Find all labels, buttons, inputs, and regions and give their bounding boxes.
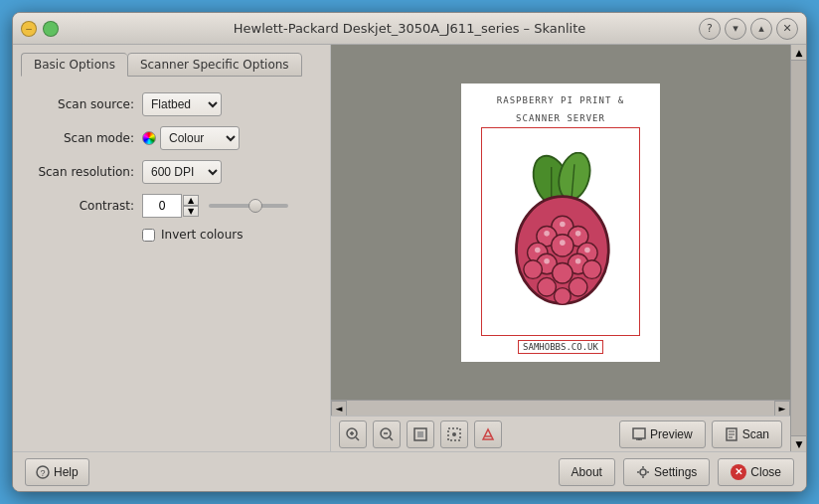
svg-point-25 <box>544 257 550 263</box>
svg-point-23 <box>560 240 566 246</box>
contrast-slider-thumb[interactable] <box>248 199 262 213</box>
hscroll-right-button[interactable]: ► <box>774 401 790 417</box>
scan-mode-control: Colour Gray Lineart <box>142 126 240 150</box>
left-panel: Basic Options Scanner Specific Options S… <box>13 45 331 451</box>
spin-arrows: ▲ ▼ <box>183 195 199 217</box>
minimize-button[interactable]: − <box>21 21 37 37</box>
svg-text:?: ? <box>40 468 45 478</box>
hscroll-track[interactable] <box>347 401 774 416</box>
vertical-scrollbar: ▲ ▼ <box>790 45 806 451</box>
main-content: Basic Options Scanner Specific Options S… <box>13 45 806 451</box>
tab-scanner-specific[interactable]: Scanner Specific Options <box>127 53 302 77</box>
help-button[interactable]: ? Help <box>25 458 89 486</box>
svg-point-15 <box>553 262 573 282</box>
scan-mode-row: Scan mode: Colour Gray Lineart <box>25 126 318 150</box>
spin-down[interactable]: ▼ <box>183 206 199 217</box>
page-title-line1: RASPBERRY PI PRINT & <box>497 91 624 105</box>
preview-area: RASPBERRY PI PRINT & SCANNER SERVER <box>331 45 790 451</box>
url-text: SAMHOBBS.CO.UK <box>518 340 603 354</box>
preview-icon <box>632 427 646 441</box>
page-title-line2: SCANNER SERVER <box>516 109 605 123</box>
scan-resolution-row: Scan resolution: 600 DPI 300 DPI 150 DPI <box>25 160 318 184</box>
svg-line-33 <box>390 437 393 440</box>
window-controls: − <box>21 21 59 37</box>
svg-point-19 <box>560 221 566 227</box>
form-area: Scan source: Flatbed ADF Scan mode: <box>21 84 322 250</box>
svg-point-16 <box>538 277 557 296</box>
svg-point-48 <box>640 469 646 475</box>
invert-colours-label: Invert colours <box>161 228 244 242</box>
scan-resolution-control: 600 DPI 300 DPI 150 DPI <box>142 160 222 184</box>
clear-button[interactable] <box>474 420 502 448</box>
svg-point-21 <box>575 231 581 237</box>
svg-rect-39 <box>633 428 645 438</box>
zoom-out-button[interactable] <box>373 420 401 448</box>
spin-up[interactable]: ▲ <box>183 195 199 206</box>
fit-page-icon <box>412 426 428 442</box>
contrast-input[interactable] <box>142 194 182 218</box>
scan-source-control: Flatbed ADF <box>142 92 222 116</box>
window-title: Hewlett-Packard Deskjet_3050A_J611_serie… <box>234 21 586 36</box>
footer-right: About Settings ✕ Close <box>559 458 794 486</box>
scan-button[interactable]: Scan <box>712 420 782 448</box>
scanned-page: RASPBERRY PI PRINT & SCANNER SERVER <box>461 84 660 362</box>
color-mode-icon <box>142 131 156 145</box>
contrast-slider-track[interactable] <box>209 204 288 208</box>
preview-image-area: RASPBERRY PI PRINT & SCANNER SERVER <box>331 45 790 400</box>
titlebar-right-controls: ? ▾ ▴ ✕ <box>699 18 798 40</box>
expand-button[interactable]: ▴ <box>750 18 772 40</box>
tabs-container: Basic Options Scanner Specific Options <box>21 53 322 77</box>
maximize-button[interactable] <box>43 21 59 37</box>
close-button[interactable]: ✕ Close <box>718 458 794 486</box>
vscroll-up-button[interactable]: ▲ <box>791 45 806 61</box>
scan-source-row: Scan source: Flatbed ADF <box>25 92 318 116</box>
select-area-icon <box>446 426 462 442</box>
close-titlebar-button[interactable]: ✕ <box>776 18 798 40</box>
svg-point-13 <box>524 259 543 278</box>
contrast-label: Contrast: <box>25 199 134 213</box>
svg-point-18 <box>555 287 572 304</box>
svg-point-26 <box>575 257 581 263</box>
scan-mode-select[interactable]: Colour Gray Lineart <box>160 126 240 150</box>
fit-page-button[interactable] <box>407 420 434 448</box>
preview-button[interactable]: Preview <box>619 420 706 448</box>
svg-rect-35 <box>417 431 423 437</box>
horizontal-scrollbar: ◄ ► <box>331 400 790 416</box>
toolbar-right: Preview Scan <box>619 420 782 448</box>
titlebar: − Hewlett-Packard Deskjet_3050A_J611_ser… <box>13 13 806 45</box>
zoom-in-icon <box>345 426 361 442</box>
invert-colours-checkbox[interactable] <box>142 229 155 242</box>
help-titlebar-button[interactable]: ? <box>699 18 721 40</box>
vscroll-track[interactable] <box>791 61 806 435</box>
scan-source-select[interactable]: Flatbed ADF <box>142 92 222 116</box>
contrast-spinner: ▲ ▼ <box>142 194 199 218</box>
svg-point-22 <box>535 247 541 252</box>
scan-icon <box>725 427 738 441</box>
scan-resolution-select[interactable]: 600 DPI 300 DPI 150 DPI <box>142 160 222 184</box>
select-area-button[interactable] <box>440 420 468 448</box>
right-layout: RASPBERRY PI PRINT & SCANNER SERVER <box>331 45 806 451</box>
settings-icon <box>636 465 650 479</box>
help-icon: ? <box>36 465 50 479</box>
scan-resolution-label: Scan resolution: <box>25 165 134 179</box>
svg-point-17 <box>569 277 587 296</box>
about-button[interactable]: About <box>559 458 615 486</box>
svg-point-20 <box>544 231 550 237</box>
contrast-row: Contrast: ▲ ▼ <box>25 194 318 218</box>
scan-border <box>481 127 640 336</box>
invert-colours-row: Invert colours <box>142 228 318 242</box>
footer-row: ? Help About Settings ✕ Close <box>13 451 806 491</box>
vscroll-down-button[interactable]: ▼ <box>791 435 806 451</box>
scan-source-label: Scan source: <box>25 97 134 111</box>
close-icon: ✕ <box>731 464 746 480</box>
zoom-in-button[interactable] <box>339 420 367 448</box>
settings-button[interactable]: Settings <box>623 458 710 486</box>
collapse-button[interactable]: ▾ <box>725 18 746 40</box>
zoom-out-icon <box>379 426 395 442</box>
hscroll-left-button[interactable]: ◄ <box>331 401 347 417</box>
raspberry-pi-image <box>496 152 625 311</box>
tab-basic-options[interactable]: Basic Options <box>21 53 127 77</box>
svg-point-14 <box>582 259 601 278</box>
svg-line-30 <box>356 437 359 440</box>
scan-mode-label: Scan mode: <box>25 131 134 145</box>
